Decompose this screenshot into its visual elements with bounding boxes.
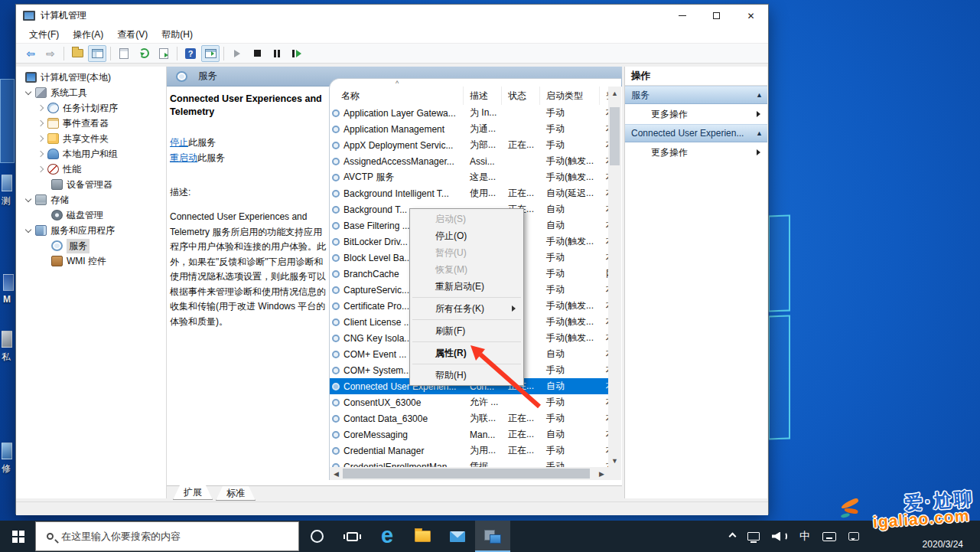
scroll-left-icon[interactable]: ◀ xyxy=(330,467,343,480)
vertical-scroll-thumb[interactable] xyxy=(610,107,620,165)
tree-item-system-tools[interactable]: 系统工具 xyxy=(16,85,166,100)
close-button[interactable]: ✕ xyxy=(734,5,768,27)
service-row[interactable]: Application Management 为通... 手动 本 xyxy=(330,121,608,137)
notification-icon[interactable] xyxy=(848,532,859,541)
start-service-icon[interactable] xyxy=(228,45,246,62)
tree-item-local-users-groups[interactable]: 本地用户和组 xyxy=(16,146,166,162)
service-row[interactable]: CoreMessaging Man... 正在... 自动 本 xyxy=(330,426,608,443)
collapse-icon[interactable]: ▲ xyxy=(756,129,763,137)
chevron-right-icon[interactable] xyxy=(37,120,44,126)
tree-item-computer-management[interactable]: 计算机管理(本地) xyxy=(16,70,166,85)
context-menu-item-refresh[interactable]: 刷新(F) xyxy=(410,322,523,339)
keyboard-icon[interactable] xyxy=(822,532,836,541)
tree-item-performance[interactable]: 性能 xyxy=(16,162,166,177)
tree-item-services[interactable]: 服务 xyxy=(16,238,166,253)
task-view-button[interactable] xyxy=(334,521,370,552)
chevron-down-icon[interactable] xyxy=(25,195,31,201)
restart-service-icon[interactable] xyxy=(288,45,306,62)
horizontal-scroll-thumb[interactable] xyxy=(343,469,590,479)
collapse-icon[interactable]: ▲ xyxy=(756,91,763,99)
service-row[interactable]: AppX Deployment Servic... 为部... 正在... 手动… xyxy=(330,137,608,153)
more-actions-selected-service[interactable]: 更多操作 xyxy=(625,142,767,162)
tree-item-services-and-applications[interactable]: 服务和应用程序 xyxy=(16,223,166,238)
search-input[interactable]: 在这里输入你要搜索的内容 xyxy=(35,521,299,551)
desktop-icon[interactable]: 修 xyxy=(2,443,12,475)
tab-extended[interactable]: 扩展 xyxy=(173,485,213,500)
menu-help[interactable]: 帮助(H) xyxy=(155,26,200,44)
chevron-right-icon[interactable] xyxy=(37,136,44,142)
mail-button[interactable] xyxy=(440,521,475,552)
service-row[interactable]: AVCTP 服务 这是... 手动(触发... 本 xyxy=(330,169,608,185)
horizontal-scrollbar[interactable]: ◀ ▶ xyxy=(330,467,608,480)
back-icon[interactable]: ⇦ xyxy=(21,45,40,62)
context-menu-item-help[interactable]: 帮助(H) xyxy=(410,367,523,384)
context-menu-item-restart[interactable]: 重新启动(E) xyxy=(410,278,523,295)
tray-date[interactable]: 2020/3/24 xyxy=(923,539,963,550)
file-explorer-button[interactable] xyxy=(405,521,440,552)
column-header-name[interactable]: 名称 xyxy=(330,87,464,105)
menu-view[interactable]: 查看(V) xyxy=(110,26,155,44)
title-bar[interactable]: 计算机管理 ✕ xyxy=(16,5,768,27)
properties-icon[interactable] xyxy=(115,45,133,62)
service-row[interactable]: AssignedAccessManager... Assi... 手动(触发..… xyxy=(330,153,608,169)
help-icon[interactable]: ? xyxy=(181,45,200,62)
chevron-down-icon[interactable] xyxy=(25,226,31,232)
desktop-icon[interactable]: M xyxy=(3,274,14,305)
network-icon[interactable] xyxy=(747,532,760,541)
scroll-up-icon[interactable]: ▲ xyxy=(608,87,621,100)
tab-standard[interactable]: 标准 xyxy=(216,486,256,501)
menu-action[interactable]: 操作(A) xyxy=(66,26,110,44)
maximize-button[interactable] xyxy=(699,5,734,27)
start-button[interactable] xyxy=(0,521,35,552)
tree-item-disk-management[interactable]: 磁盘管理 xyxy=(16,207,166,223)
column-header-description[interactable]: 描述 xyxy=(464,87,502,105)
chevron-right-icon[interactable] xyxy=(37,151,44,157)
column-header-startup-type[interactable]: 启动类型 xyxy=(540,87,600,105)
refresh-icon[interactable] xyxy=(135,45,153,62)
cortana-button[interactable] xyxy=(299,521,334,552)
minimize-button[interactable] xyxy=(665,5,699,27)
column-header-logon[interactable]: 登 xyxy=(600,87,608,105)
tree-item-event-viewer[interactable]: 事件查看器 xyxy=(16,116,166,131)
tree-item-task-scheduler[interactable]: 任务计划程序 xyxy=(16,100,166,116)
show-tree-icon[interactable] xyxy=(88,45,106,62)
context-menu-item-properties[interactable]: 属性(R) xyxy=(410,345,523,361)
show-action-pane-icon[interactable] xyxy=(201,45,220,62)
vertical-scrollbar[interactable]: ▲ ▼ xyxy=(608,87,621,467)
scroll-right-icon[interactable]: ▶ xyxy=(595,467,608,480)
menu-file[interactable]: 文件(F) xyxy=(22,26,66,44)
chevron-down-icon[interactable] xyxy=(25,88,31,94)
actions-section-selected-service[interactable]: Connected User Experien...▲ xyxy=(625,124,767,142)
restart-service-link[interactable]: 重启动 xyxy=(170,152,197,163)
desktop-icon[interactable]: 私 xyxy=(2,331,12,364)
export-folder-icon[interactable] xyxy=(68,45,86,62)
more-actions-services[interactable]: 更多操作 xyxy=(625,104,767,124)
service-row[interactable]: Background Intelligent T... 使用... 正在... … xyxy=(330,185,608,201)
chevron-up-icon[interactable] xyxy=(729,533,737,541)
service-row[interactable]: Credential Manager 为用... 正在... 手动 本 xyxy=(330,443,608,459)
context-menu-item-all-tasks[interactable]: 所有任务(K) xyxy=(410,300,523,317)
service-row[interactable]: ConsentUX_6300e 允许 ... 手动 本 xyxy=(330,394,608,410)
actions-section-services[interactable]: 服务▲ xyxy=(625,86,767,104)
desktop-icon[interactable]: 测 xyxy=(2,175,12,207)
tree-item-wmi-control[interactable]: WMI 控件 xyxy=(16,253,166,269)
ime-indicator[interactable]: 中 xyxy=(799,530,810,544)
speaker-icon[interactable] xyxy=(772,532,787,541)
chevron-right-icon[interactable] xyxy=(37,105,44,111)
chevron-right-icon[interactable] xyxy=(37,166,44,172)
computer-management-task-button[interactable] xyxy=(475,521,510,552)
column-header-status[interactable]: 状态 xyxy=(502,87,540,105)
stop-service-icon[interactable] xyxy=(248,45,266,62)
service-row[interactable]: Application Layer Gatewa... 为 In... 手动 本 xyxy=(330,105,608,121)
pause-service-icon[interactable] xyxy=(268,45,286,62)
tree-item-device-manager[interactable]: 设备管理器 xyxy=(16,177,166,192)
scroll-down-icon[interactable]: ▼ xyxy=(608,454,621,467)
service-row[interactable]: Contact Data_6300e 为联... 正在... 手动 本 xyxy=(330,410,608,426)
forward-icon[interactable]: ⇨ xyxy=(41,45,60,62)
tree-item-storage[interactable]: 存储 xyxy=(16,192,166,207)
stop-service-link[interactable]: 停止 xyxy=(170,137,188,148)
tree-item-shared-folders[interactable]: 共享文件夹 xyxy=(16,131,166,146)
export-list-icon[interactable] xyxy=(155,45,173,62)
edge-button[interactable]: e xyxy=(370,521,405,552)
service-row[interactable]: CredentialEnrollmentMan... 凭据... 手动 本 xyxy=(330,459,608,467)
